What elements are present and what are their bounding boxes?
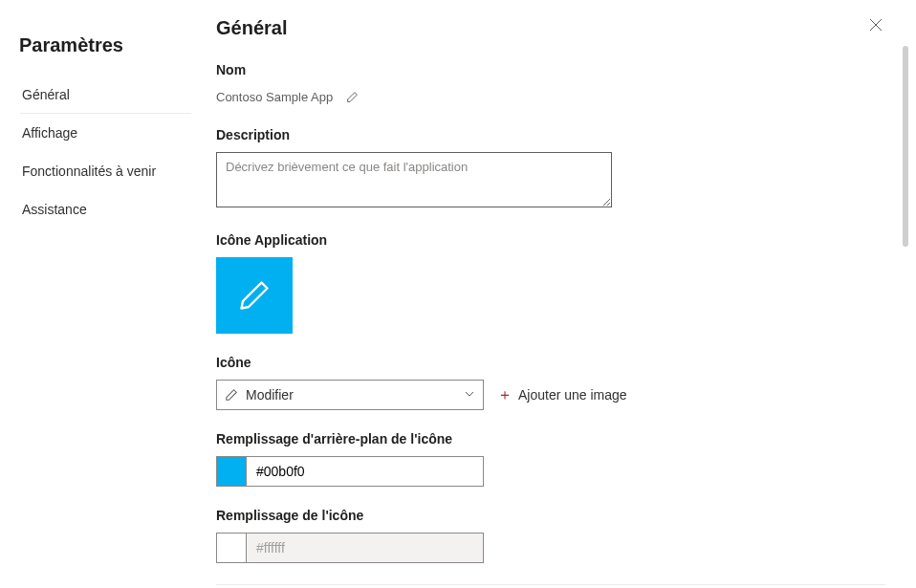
name-row: Contoso Sample App: [216, 87, 885, 106]
bg-fill-label: Remplissage d'arrière-plan de l'icône: [216, 431, 885, 446]
pencil-icon: [237, 278, 272, 313]
nav-item-fonctionnalites[interactable]: Fonctionnalités à venir: [0, 152, 208, 190]
plus-icon: ＋: [497, 385, 513, 405]
close-icon: [868, 17, 883, 33]
app-icon-label: Icône Application: [216, 232, 885, 248]
edit-name-button[interactable]: [342, 87, 361, 106]
main-panel: Général Nom Contoso Sample App Descripti…: [208, 0, 916, 588]
bg-color-swatch[interactable]: [216, 456, 247, 487]
sidebar: Paramètres Général Affichage Fonctionnal…: [0, 0, 208, 588]
nav-item-general[interactable]: Général: [0, 76, 208, 114]
chevron-down-icon: [464, 386, 475, 403]
description-input[interactable]: [216, 152, 612, 207]
icon-color-input[interactable]: [247, 533, 484, 563]
name-label: Nom: [216, 62, 885, 77]
app-name-value: Contoso Sample App: [216, 90, 333, 104]
scrollbar[interactable]: [903, 46, 908, 247]
icon-dropdown[interactable]: Modifier: [216, 380, 484, 410]
bg-fill-row: [216, 456, 885, 487]
nav-item-assistance[interactable]: Assistance: [0, 190, 208, 229]
description-label: Description: [216, 127, 885, 142]
nav-item-affichage[interactable]: Affichage: [0, 114, 208, 152]
add-image-button[interactable]: ＋ Ajouter une image: [497, 385, 627, 405]
add-image-label: Ajouter une image: [518, 387, 627, 403]
icon-fill-row: [216, 533, 885, 563]
close-button[interactable]: [864, 13, 887, 36]
sidebar-title: Paramètres: [0, 23, 208, 76]
icon-dropdown-value: Modifier: [246, 387, 294, 403]
app-icon-preview: [216, 257, 293, 334]
autosave-label: Enregistrement automatique: [216, 584, 885, 588]
pencil-icon: [346, 91, 359, 103]
bg-color-input[interactable]: [247, 456, 484, 487]
icon-label: Icône: [216, 355, 885, 370]
icon-fill-label: Remplissage de l'icône: [216, 508, 885, 523]
icon-row: Modifier ＋ Ajouter une image: [216, 380, 885, 410]
page-title: Général: [216, 17, 885, 39]
icon-color-swatch[interactable]: [216, 533, 247, 563]
pencil-icon: [225, 388, 238, 402]
